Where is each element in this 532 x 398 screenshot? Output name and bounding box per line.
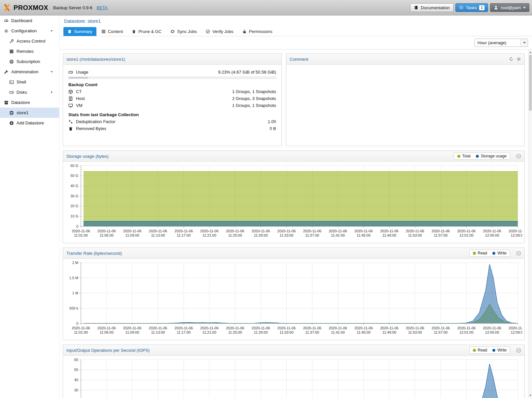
svg-text:11:25:00: 11:25:00	[228, 233, 242, 237]
svg-text:12:05:00: 12:05:00	[485, 330, 499, 334]
svg-text:2020-11-06: 2020-11-06	[200, 229, 218, 233]
collapse-panel-icon[interactable]	[516, 348, 521, 353]
desktop-icon	[68, 103, 73, 108]
collapse-panel-icon[interactable]	[516, 154, 521, 159]
trash-icon	[132, 29, 136, 34]
svg-text:2020-11-06: 2020-11-06	[252, 229, 270, 233]
vm-count-row: VM 1 Groups, 1 Snapshots	[68, 102, 276, 109]
scroll-down-arrow[interactable]	[528, 393, 532, 398]
svg-text:11:33:00: 11:33:00	[280, 233, 294, 237]
tab-sync-jobs[interactable]: Sync Jobs	[166, 27, 201, 36]
header-buttons: Documentation Tasks 1 root@pam	[410, 3, 529, 12]
svg-text:2020-11-06: 2020-11-06	[97, 229, 116, 233]
backup-count-heading: Backup Count	[68, 82, 276, 87]
removed-bytes-row: Removed Bytes 0 B	[68, 125, 276, 132]
time-range-value: Hour (average)	[475, 40, 520, 45]
trash-icon	[68, 126, 73, 131]
sidebar-item-datastore[interactable]: Datastore	[0, 97, 59, 108]
panel-header: Input/Output Operations per Second (IOPS…	[63, 345, 524, 356]
svg-text:2 M: 2 M	[72, 261, 78, 265]
svg-text:11:33:00: 11:33:00	[280, 330, 294, 334]
user-menu-button[interactable]: root@pam	[490, 3, 529, 12]
svg-text:2020-11-06: 2020-11-06	[149, 326, 167, 330]
vertical-scrollbar[interactable]	[528, 50, 532, 398]
sidebar-item-disks[interactable]: Disks	[0, 87, 59, 97]
scrollable-body: store1 (/mnt/datastores/store1) Usage 9.…	[59, 50, 532, 398]
svg-text:11:21:00: 11:21:00	[202, 330, 216, 334]
tab-prune-gc[interactable]: Prune & GC	[128, 27, 165, 36]
svg-text:2020-11-06: 2020-11-06	[123, 229, 141, 233]
tab-permissions[interactable]: Permissions	[238, 27, 276, 36]
transfer-rate-chart: 2020-11-0611:01:002020-11-0611:05:002020…	[65, 259, 522, 339]
brand-name: PROXMOX	[14, 4, 48, 12]
sidebar-item-configuration[interactable]: Configuration	[0, 26, 59, 36]
svg-text:50: 50	[74, 368, 78, 372]
documentation-button[interactable]: Documentation	[410, 3, 453, 12]
time-range-select[interactable]: Hour (average)	[475, 39, 528, 47]
caret-right-icon[interactable]	[50, 90, 53, 94]
svg-text:2020-11-06: 2020-11-06	[380, 326, 398, 330]
panel-body: Usage 9.23% (4.67 GiB of 50.56 GiB) Back…	[63, 65, 281, 136]
book-icon	[414, 5, 418, 10]
legend-item-read[interactable]: Read	[473, 251, 487, 255]
scrollbar-thumb[interactable]	[529, 55, 532, 111]
iops-title: Input/Output Operations per Second (IOPS…	[66, 348, 150, 353]
comment-body[interactable]	[286, 65, 524, 73]
tab-summary[interactable]: Summary	[63, 27, 96, 36]
gear-icon[interactable]	[516, 57, 521, 61]
compress-icon	[68, 119, 73, 124]
svg-text:2020-11-06: 2020-11-06	[354, 229, 372, 233]
beta-link[interactable]: BETA	[97, 5, 108, 10]
svg-text:11:49:00: 11:49:00	[382, 233, 396, 237]
legend-item-read[interactable]: Read	[473, 348, 487, 352]
svg-text:11:57:00: 11:57:00	[434, 233, 447, 237]
archive-icon	[4, 100, 9, 105]
tasks-label: Tasks	[466, 5, 477, 10]
grid-icon	[101, 29, 106, 34]
tab-verify-jobs[interactable]: Verify Jobs	[202, 27, 237, 36]
hdd-icon	[68, 70, 73, 75]
datastore-panel-title: store1 (/mnt/datastores/store1)	[66, 57, 125, 62]
sidebar-item-remotes[interactable]: Remotes	[0, 46, 59, 56]
svg-text:12:09:00: 12:09:00	[511, 330, 522, 334]
tasks-button[interactable]: Tasks 1	[455, 3, 488, 12]
svg-text:11:29:00: 11:29:00	[254, 330, 268, 334]
sidebar-item-subscription[interactable]: Subscription	[0, 56, 59, 67]
caret-down-icon[interactable]	[50, 70, 53, 74]
svg-text:20 G: 20 G	[70, 204, 78, 208]
reload-icon[interactable]	[509, 57, 514, 61]
legend-item-write[interactable]: Write	[492, 348, 507, 352]
legend-dot	[473, 349, 476, 352]
svg-text:11:53:00: 11:53:00	[408, 233, 422, 237]
sidebar-item-access-control[interactable]: Access Control	[0, 36, 59, 46]
svg-text:500 k: 500 k	[69, 306, 78, 310]
legend-dot	[457, 155, 460, 158]
legend-item-total[interactable]: Total	[457, 154, 471, 158]
sidebar-item-administration[interactable]: Administration	[0, 67, 59, 77]
chevron-down-icon	[523, 7, 526, 9]
sidebar-item-add-datastore[interactable]: Add Datastore	[0, 118, 59, 128]
svg-text:2020-11-06: 2020-11-06	[432, 326, 450, 330]
scroll-up-arrow[interactable]	[528, 50, 532, 54]
svg-text:11:09:00: 11:09:00	[125, 330, 139, 334]
legend-dot	[473, 252, 476, 255]
legend-item-storage-usage[interactable]: Storage usage	[476, 154, 507, 158]
svg-text:10 G: 10 G	[70, 214, 78, 218]
refresh-icon	[170, 29, 175, 34]
gc-stats-heading: Stats from last Garbage Collection	[68, 112, 276, 117]
storage-usage-title: Storage usage (bytes)	[66, 154, 109, 159]
svg-text:60 G: 60 G	[70, 164, 78, 168]
svg-text:12:09:00: 12:09:00	[511, 233, 522, 237]
chevron-down-icon[interactable]	[520, 39, 528, 47]
sidebar-item-dashboard[interactable]: Dashboard	[0, 16, 59, 26]
sidebar-item-store1[interactable]: store1	[0, 108, 59, 118]
svg-text:2020-11-06: 2020-11-06	[252, 326, 270, 330]
sidebar-item-shell[interactable]: Shell	[0, 77, 59, 87]
ct-count-row: CT 1 Groups, 1 Snapshots	[68, 88, 276, 95]
tab-content[interactable]: Content	[97, 27, 127, 36]
caret-down-icon[interactable]	[50, 29, 53, 33]
panel-header: Storage usage (bytes) Total Storage usag…	[63, 151, 524, 162]
collapse-panel-icon[interactable]	[516, 251, 521, 256]
legend-item-write[interactable]: Write	[492, 251, 507, 255]
svg-text:12:05:00: 12:05:00	[485, 233, 499, 237]
